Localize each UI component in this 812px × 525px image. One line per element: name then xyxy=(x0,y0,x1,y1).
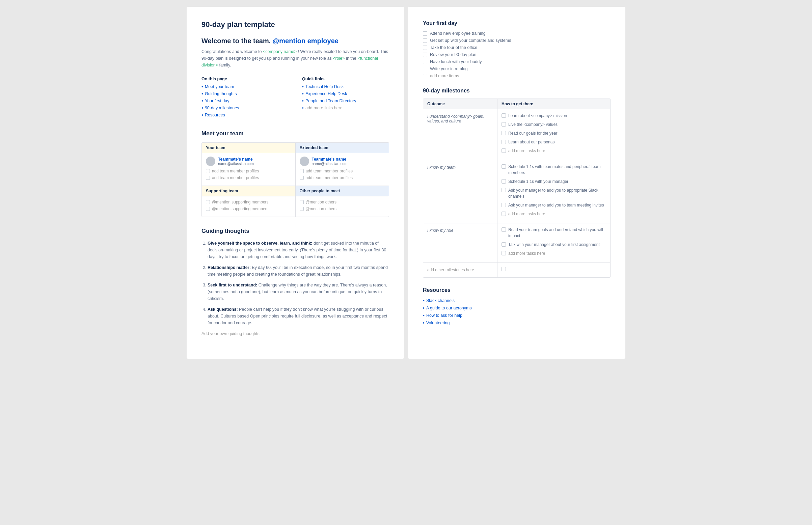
link-add-more[interactable]: add more links here xyxy=(302,105,389,111)
resource-2[interactable]: How to ask for help xyxy=(423,313,611,318)
your-team-header: Your team xyxy=(202,143,295,153)
quick-links-section: On this page Meet your team Guiding thou… xyxy=(201,77,389,119)
task-0-0: Learn about <company> mission xyxy=(501,113,606,119)
mention-support-1[interactable]: @mention supporting members xyxy=(206,200,291,205)
task-1-3: Ask your manager to add you to team meet… xyxy=(501,202,606,208)
task-checkbox-0-3[interactable] xyxy=(501,140,506,144)
checkbox-add-more[interactable] xyxy=(423,74,427,78)
checkbox-1[interactable] xyxy=(423,39,427,43)
checkbox-add-1a[interactable] xyxy=(206,169,210,173)
task-checkbox-0-2[interactable] xyxy=(501,131,506,135)
task-checkbox-2-add[interactable] xyxy=(501,251,506,255)
task-0-add[interactable]: add more tasks here xyxy=(501,148,606,154)
milestones-table: Outcome How to get there I understand <c… xyxy=(423,99,611,278)
mention-other-1[interactable]: @mention others xyxy=(300,200,385,205)
welcome-mention: @mention employee xyxy=(273,37,339,45)
main-title: 90-day plan template xyxy=(201,20,389,29)
member-info-1: Teammate's name name@atlassian.com xyxy=(218,157,254,166)
outcome-header: Outcome xyxy=(423,99,497,109)
on-this-page-list: Meet your team Guiding thoughts Your fir… xyxy=(201,84,288,118)
task-1-add[interactable]: add more tasks here xyxy=(501,211,606,217)
resource-0[interactable]: Slack channels xyxy=(423,298,611,303)
quick-links-list: Technical Help Desk Experience Help Desk… xyxy=(302,84,389,111)
task-3-placeholder xyxy=(501,266,606,271)
guiding-item-3: Seek first to understand: Challenge why … xyxy=(208,282,389,302)
add-member-1a[interactable]: add team member profiles xyxy=(206,169,291,174)
checkbox-other-2[interactable] xyxy=(300,207,304,211)
outcome-3[interactable]: add other milestones here xyxy=(423,263,497,278)
team-member-2: Teammate's name name@atlassian.com xyxy=(300,156,385,166)
add-member-2b[interactable]: add team member profiles xyxy=(300,176,385,180)
checkbox-add-1b[interactable] xyxy=(206,176,210,180)
outcome-2: I know my role xyxy=(423,223,497,262)
task-checkbox-1-add[interactable] xyxy=(501,212,506,216)
check-item-5: Write your intro blog xyxy=(423,66,611,71)
link-tech-help[interactable]: Technical Help Desk xyxy=(302,84,389,89)
milestone-row-3: add other milestones here xyxy=(423,263,610,278)
task-2-add[interactable]: add more tasks here xyxy=(501,250,606,256)
milestone-row-0: I understand <company> goals, values, an… xyxy=(423,109,610,160)
mention-support-2[interactable]: @mention supporting members xyxy=(206,207,291,211)
task-checkbox-0-1[interactable] xyxy=(501,122,506,126)
add-guiding-thought[interactable]: Add your own guiding thoughts xyxy=(201,330,389,337)
tasks-3 xyxy=(497,263,610,278)
check-item-4: Have lunch with your buddy xyxy=(423,59,611,64)
link-people-dir[interactable]: People and Team Directory xyxy=(302,98,389,104)
link-resources[interactable]: Resources xyxy=(201,112,288,118)
task-checkbox-2-0[interactable] xyxy=(501,227,506,232)
member-1-email: name@atlassian.com xyxy=(218,162,254,166)
resource-3[interactable]: Volunteering xyxy=(423,320,611,326)
task-checkbox-1-0[interactable] xyxy=(501,164,506,169)
quick-links-title: Quick links xyxy=(302,77,389,81)
link-meet-team[interactable]: Meet your team xyxy=(201,84,288,89)
page-wrapper: 90-day plan template Welcome to the team… xyxy=(186,7,626,359)
checkbox-5[interactable] xyxy=(423,67,427,71)
meet-team-title: Meet your team xyxy=(201,130,389,137)
checkbox-support-2[interactable] xyxy=(206,207,210,211)
first-day-title: Your first day xyxy=(423,20,611,26)
link-guiding-thoughts[interactable]: Guiding thoughts xyxy=(201,91,288,96)
add-member-2a[interactable]: add team member profiles xyxy=(300,169,385,174)
first-day-add-more[interactable]: add more items xyxy=(423,74,611,78)
task-checkbox-1-3[interactable] xyxy=(501,203,506,207)
task-checkbox-3[interactable] xyxy=(501,267,506,271)
check-item-2: Take the tour of the office xyxy=(423,45,611,50)
checkbox-support-1[interactable] xyxy=(206,200,210,204)
link-exp-help[interactable]: Experience Help Desk xyxy=(302,91,389,96)
task-checkbox-2-1[interactable] xyxy=(501,242,506,246)
checkbox-0[interactable] xyxy=(423,31,427,36)
outcome-1: I know my team xyxy=(423,160,497,223)
your-team-cell: Your team Teammate's name name@atlassian… xyxy=(202,143,296,186)
checkbox-other-1[interactable] xyxy=(300,200,304,204)
extended-team-cell: Extended team Teammate's name name@atlas… xyxy=(296,143,389,186)
resource-1[interactable]: A guide to our acronyms xyxy=(423,305,611,311)
task-1-0: Schedule 1:1s with teammates and periphe… xyxy=(501,164,606,176)
extended-team-body: Teammate's name name@atlassian.com add t… xyxy=(296,153,389,185)
mention-other-2[interactable]: @mention others xyxy=(300,207,385,211)
resources-title: Resources xyxy=(423,287,611,293)
member-1-name[interactable]: Teammate's name xyxy=(218,157,254,162)
task-0-3: Learn about our personas xyxy=(501,139,606,145)
checkbox-2[interactable] xyxy=(423,46,427,50)
tasks-0: Learn about <company> mission Live the <… xyxy=(497,109,610,160)
supporting-team-header: Supporting team xyxy=(202,186,295,196)
guiding-item-2: Relationships matter: By day 60, you'll … xyxy=(208,264,389,278)
welcome-title: Welcome to the team, @mention employee xyxy=(201,37,389,45)
add-member-1b[interactable]: add team member profiles xyxy=(206,176,291,180)
task-checkbox-0-add[interactable] xyxy=(501,148,506,153)
checkbox-3[interactable] xyxy=(423,52,427,57)
task-checkbox-1-2[interactable] xyxy=(501,188,506,192)
right-panel: Your first day Attend new employee train… xyxy=(408,7,626,359)
member-2-name[interactable]: Teammate's name xyxy=(312,157,348,162)
checkbox-add-2a[interactable] xyxy=(300,169,304,173)
checkbox-4[interactable] xyxy=(423,60,427,64)
member-info-2: Teammate's name name@atlassian.com xyxy=(312,157,348,166)
task-1-1: Schedule 1:1s with your manager xyxy=(501,179,606,184)
first-day-checklist: Attend new employee training Get set up … xyxy=(423,31,611,78)
link-milestones[interactable]: 90-day milestones xyxy=(201,105,288,111)
checkbox-add-2b[interactable] xyxy=(300,176,304,180)
link-first-day[interactable]: Your first day xyxy=(201,98,288,104)
task-checkbox-0-0[interactable] xyxy=(501,114,506,118)
task-checkbox-1-1[interactable] xyxy=(501,179,506,183)
check-item-3: Review your 90-day plan xyxy=(423,52,611,57)
